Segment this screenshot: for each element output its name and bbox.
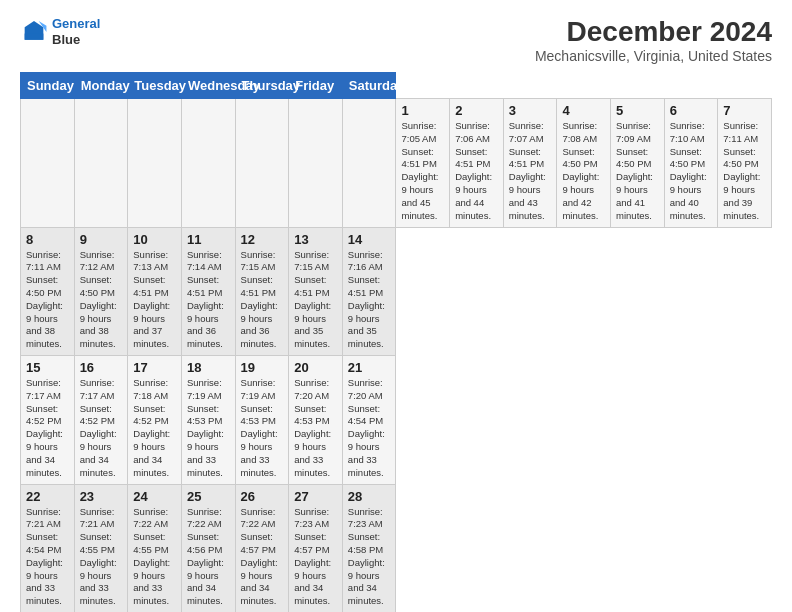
- day-info: Sunrise: 7:23 AM Sunset: 4:57 PM Dayligh…: [294, 506, 337, 609]
- col-sunday: Sunday: [21, 73, 75, 99]
- daylight: Daylight: 9 hours and 44 minutes.: [455, 171, 498, 222]
- header: General Blue December 2024 Mechanicsvill…: [20, 16, 772, 64]
- daylight: Daylight: 9 hours and 33 minutes.: [294, 428, 337, 479]
- calendar-cell: 27 Sunrise: 7:23 AM Sunset: 4:57 PM Dayl…: [289, 484, 343, 612]
- sunrise: Sunrise: 7:21 AM: [80, 506, 123, 532]
- subtitle: Mechanicsville, Virginia, United States: [535, 48, 772, 64]
- day-number: 14: [348, 232, 391, 247]
- sunrise: Sunrise: 7:17 AM: [26, 377, 69, 403]
- day-number: 9: [80, 232, 123, 247]
- calendar-cell: 8 Sunrise: 7:11 AM Sunset: 4:50 PM Dayli…: [21, 227, 75, 356]
- sunset: Sunset: 4:50 PM: [723, 146, 766, 172]
- daylight: Daylight: 9 hours and 40 minutes.: [670, 171, 713, 222]
- day-number: 19: [241, 360, 284, 375]
- calendar-cell: [74, 99, 128, 228]
- day-info: Sunrise: 7:21 AM Sunset: 4:54 PM Dayligh…: [26, 506, 69, 609]
- day-info: Sunrise: 7:06 AM Sunset: 4:51 PM Dayligh…: [455, 120, 498, 223]
- day-info: Sunrise: 7:19 AM Sunset: 4:53 PM Dayligh…: [187, 377, 230, 480]
- day-info: Sunrise: 7:22 AM Sunset: 4:56 PM Dayligh…: [187, 506, 230, 609]
- daylight: Daylight: 9 hours and 39 minutes.: [723, 171, 766, 222]
- day-info: Sunrise: 7:15 AM Sunset: 4:51 PM Dayligh…: [241, 249, 284, 352]
- day-number: 5: [616, 103, 659, 118]
- daylight: Daylight: 9 hours and 36 minutes.: [187, 300, 230, 351]
- col-saturday: Saturday: [342, 73, 396, 99]
- sunset: Sunset: 4:52 PM: [80, 403, 123, 429]
- day-info: Sunrise: 7:05 AM Sunset: 4:51 PM Dayligh…: [401, 120, 444, 223]
- sunset: Sunset: 4:51 PM: [241, 274, 284, 300]
- sunset: Sunset: 4:55 PM: [80, 531, 123, 557]
- daylight: Daylight: 9 hours and 38 minutes.: [80, 300, 123, 351]
- sunset: Sunset: 4:53 PM: [241, 403, 284, 429]
- calendar-cell: [289, 99, 343, 228]
- svg-rect-2: [25, 33, 44, 39]
- day-number: 12: [241, 232, 284, 247]
- day-number: 27: [294, 489, 337, 504]
- logo: General Blue: [20, 16, 100, 47]
- daylight: Daylight: 9 hours and 34 minutes.: [80, 428, 123, 479]
- sunset: Sunset: 4:51 PM: [348, 274, 391, 300]
- day-info: Sunrise: 7:17 AM Sunset: 4:52 PM Dayligh…: [80, 377, 123, 480]
- day-number: 24: [133, 489, 176, 504]
- day-number: 1: [401, 103, 444, 118]
- sunset: Sunset: 4:50 PM: [616, 146, 659, 172]
- logo-line2: Blue: [52, 32, 100, 48]
- calendar-cell: 13 Sunrise: 7:15 AM Sunset: 4:51 PM Dayl…: [289, 227, 343, 356]
- calendar-cell: 24 Sunrise: 7:22 AM Sunset: 4:55 PM Dayl…: [128, 484, 182, 612]
- sunrise: Sunrise: 7:21 AM: [26, 506, 69, 532]
- daylight: Daylight: 9 hours and 34 minutes.: [187, 557, 230, 608]
- calendar-cell: [235, 99, 289, 228]
- col-monday: Monday: [74, 73, 128, 99]
- sunrise: Sunrise: 7:23 AM: [348, 506, 391, 532]
- daylight: Daylight: 9 hours and 43 minutes.: [509, 171, 552, 222]
- calendar-cell: 2 Sunrise: 7:06 AM Sunset: 4:51 PM Dayli…: [450, 99, 504, 228]
- day-info: Sunrise: 7:07 AM Sunset: 4:51 PM Dayligh…: [509, 120, 552, 223]
- day-info: Sunrise: 7:11 AM Sunset: 4:50 PM Dayligh…: [26, 249, 69, 352]
- day-number: 17: [133, 360, 176, 375]
- daylight: Daylight: 9 hours and 34 minutes.: [294, 557, 337, 608]
- sunset: Sunset: 4:50 PM: [80, 274, 123, 300]
- daylight: Daylight: 9 hours and 34 minutes.: [26, 428, 69, 479]
- sunset: Sunset: 4:57 PM: [241, 531, 284, 557]
- calendar-cell: 7 Sunrise: 7:11 AM Sunset: 4:50 PM Dayli…: [718, 99, 772, 228]
- day-info: Sunrise: 7:14 AM Sunset: 4:51 PM Dayligh…: [187, 249, 230, 352]
- day-number: 26: [241, 489, 284, 504]
- daylight: Daylight: 9 hours and 33 minutes.: [187, 428, 230, 479]
- day-number: 22: [26, 489, 69, 504]
- sunrise: Sunrise: 7:22 AM: [187, 506, 230, 532]
- sunrise: Sunrise: 7:16 AM: [348, 249, 391, 275]
- sunrise: Sunrise: 7:11 AM: [723, 120, 766, 146]
- calendar-cell: 19 Sunrise: 7:19 AM Sunset: 4:53 PM Dayl…: [235, 356, 289, 485]
- daylight: Daylight: 9 hours and 33 minutes.: [80, 557, 123, 608]
- calendar-cell: 16 Sunrise: 7:17 AM Sunset: 4:52 PM Dayl…: [74, 356, 128, 485]
- day-info: Sunrise: 7:10 AM Sunset: 4:50 PM Dayligh…: [670, 120, 713, 223]
- day-number: 10: [133, 232, 176, 247]
- sunrise: Sunrise: 7:23 AM: [294, 506, 337, 532]
- day-number: 16: [80, 360, 123, 375]
- calendar-cell: 28 Sunrise: 7:23 AM Sunset: 4:58 PM Dayl…: [342, 484, 396, 612]
- daylight: Daylight: 9 hours and 37 minutes.: [133, 300, 176, 351]
- main-title: December 2024: [535, 16, 772, 48]
- title-block: December 2024 Mechanicsville, Virginia, …: [535, 16, 772, 64]
- sunrise: Sunrise: 7:15 AM: [241, 249, 284, 275]
- calendar-cell: 23 Sunrise: 7:21 AM Sunset: 4:55 PM Dayl…: [74, 484, 128, 612]
- sunset: Sunset: 4:52 PM: [133, 403, 176, 429]
- day-number: 28: [348, 489, 391, 504]
- calendar-cell: 4 Sunrise: 7:08 AM Sunset: 4:50 PM Dayli…: [557, 99, 611, 228]
- sunrise: Sunrise: 7:22 AM: [241, 506, 284, 532]
- daylight: Daylight: 9 hours and 34 minutes.: [133, 428, 176, 479]
- daylight: Daylight: 9 hours and 45 minutes.: [401, 171, 444, 222]
- sunset: Sunset: 4:51 PM: [509, 146, 552, 172]
- daylight: Daylight: 9 hours and 33 minutes.: [241, 428, 284, 479]
- sunset: Sunset: 4:53 PM: [294, 403, 337, 429]
- sunrise: Sunrise: 7:15 AM: [294, 249, 337, 275]
- day-number: 7: [723, 103, 766, 118]
- sunrise: Sunrise: 7:22 AM: [133, 506, 176, 532]
- calendar-cell: [21, 99, 75, 228]
- logo-line1: General: [52, 16, 100, 31]
- day-info: Sunrise: 7:19 AM Sunset: 4:53 PM Dayligh…: [241, 377, 284, 480]
- calendar-cell: 9 Sunrise: 7:12 AM Sunset: 4:50 PM Dayli…: [74, 227, 128, 356]
- calendar-cell: [128, 99, 182, 228]
- day-info: Sunrise: 7:13 AM Sunset: 4:51 PM Dayligh…: [133, 249, 176, 352]
- calendar-cell: 22 Sunrise: 7:21 AM Sunset: 4:54 PM Dayl…: [21, 484, 75, 612]
- sunrise: Sunrise: 7:11 AM: [26, 249, 69, 275]
